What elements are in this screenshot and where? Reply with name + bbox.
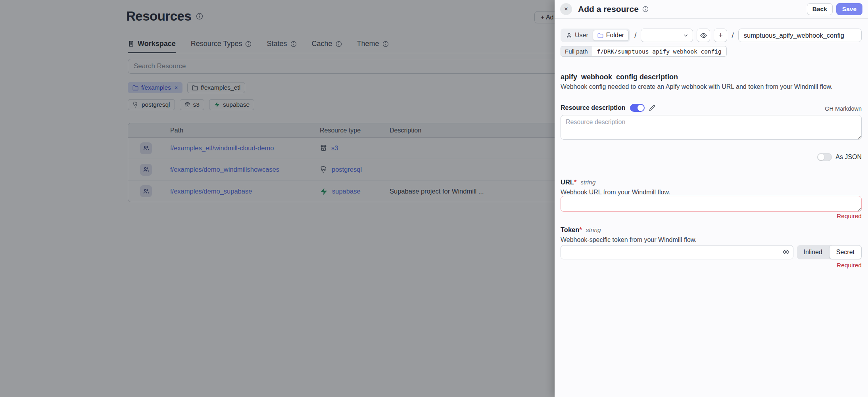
resource-name-input[interactable] [738, 29, 862, 42]
schema-subheading: Webhook config needed to create an Apify… [561, 83, 833, 90]
owner-folder-label: Folder [606, 32, 624, 39]
token-required-error: Required [837, 262, 862, 269]
token-storage-toggle: Inlined Secret [797, 245, 862, 259]
path-separator: / [731, 31, 734, 40]
view-folder-button[interactable] [697, 29, 710, 42]
owner-user-label: User [575, 32, 588, 39]
pencil-icon[interactable] [649, 105, 655, 111]
token-field-label: Token* [561, 226, 582, 234]
user-icon [566, 33, 572, 38]
owner-user-option[interactable]: User [562, 30, 593, 41]
token-secret-option[interactable]: Secret [829, 245, 862, 259]
required-asterisk: * [574, 178, 576, 186]
as-json-toggle[interactable] [817, 153, 832, 161]
owner-kind-toggle: User Folder [561, 29, 630, 42]
chevron-down-icon [683, 33, 689, 38]
token-field-label-row: Token* string [561, 226, 601, 234]
token-input-row: Inlined Secret [561, 245, 862, 259]
description-header-row: Resource description GH Markdown [561, 104, 862, 112]
required-asterisk: * [579, 226, 582, 233]
full-path-row: Full path f/DRK/sumptuous_apify_webhook_… [561, 46, 727, 57]
add-folder-button[interactable]: + [714, 29, 727, 42]
url-field-label-row: URL* string [561, 178, 595, 186]
description-label: Resource description [561, 104, 626, 111]
as-json-label: As JSON [835, 153, 862, 161]
path-builder-row: User Folder / + / [561, 29, 862, 42]
full-path-label: Full path [561, 46, 592, 57]
description-textarea[interactable] [561, 115, 862, 140]
eye-icon [700, 32, 707, 39]
description-toggle[interactable] [630, 104, 645, 112]
eye-icon[interactable] [783, 249, 789, 255]
url-field-type: string [580, 179, 595, 186]
url-field-label: URL* [561, 178, 576, 186]
path-separator: / [634, 31, 637, 40]
token-field-type: string [586, 226, 601, 234]
url-required-error: Required [837, 213, 862, 220]
token-inlined-option[interactable]: Inlined [797, 245, 829, 259]
app-root: Resources + Ad Workspace Resource Types … [0, 0, 868, 397]
as-json-row: As JSON [817, 153, 862, 161]
url-field-help: Webhook URL from your Windmill flow. [561, 189, 670, 196]
schema-heading: apify_webhook_config description [561, 73, 678, 81]
token-input[interactable] [561, 245, 793, 259]
token-field-help: Webhook-specific token from your Windmil… [561, 236, 697, 244]
gh-markdown-hint: GH Markdown [825, 105, 862, 112]
url-input[interactable] [561, 196, 862, 212]
add-resource-drawer: × Add a resource Back Save User Folder [555, 0, 868, 397]
folder-icon [597, 33, 603, 38]
owner-folder-option[interactable]: Folder [593, 30, 629, 41]
drawer-body: User Folder / + / [561, 0, 862, 397]
folder-select[interactable] [641, 29, 693, 42]
full-path-value: f/DRK/sumptuous_apify_webhook_config [592, 46, 727, 57]
